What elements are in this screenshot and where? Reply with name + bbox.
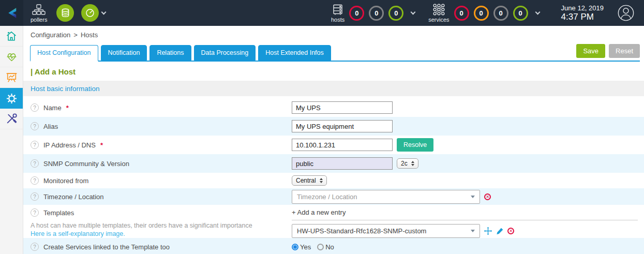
main-content: Configuration > Hosts Host Configuration…: [23, 26, 644, 254]
form-row-snmp: ? SNMP Community & Version 2c: [23, 154, 644, 173]
reset-button[interactable]: Reset: [609, 44, 640, 58]
host-name-input[interactable]: [292, 101, 393, 114]
hosts-menu[interactable]: hosts: [331, 4, 345, 23]
monitored-from-value: Central: [296, 177, 316, 184]
current-date: June 12, 2019: [561, 4, 604, 12]
form-row-create-services: ? Create Services linked to the Template…: [23, 238, 644, 254]
templates-help-link[interactable]: Here is a self-explanatory image.: [31, 230, 292, 237]
services-icon: [432, 3, 445, 16]
tab-host-configuration[interactable]: Host Configuration: [30, 45, 98, 62]
help-icon[interactable]: ?: [31, 122, 39, 130]
centreon-logo[interactable]: [0, 0, 23, 26]
tab-relations[interactable]: Relations: [149, 45, 191, 61]
resolve-button[interactable]: Resolve: [397, 138, 433, 152]
save-button[interactable]: Save: [576, 44, 605, 58]
templates-label: Templates: [43, 209, 74, 217]
timezone-placeholder: Timezone / Location: [297, 193, 471, 201]
add-template-entry-link[interactable]: + Add a new entry: [292, 208, 638, 220]
user-icon: [617, 4, 635, 22]
timezone-label: Timezone / Location: [43, 193, 104, 201]
main-nav-sidebar: [0, 26, 23, 254]
help-icon[interactable]: ?: [31, 208, 39, 217]
hosts-unreachable-badge[interactable]: 0: [369, 6, 384, 21]
create-services-no-radio[interactable]: [317, 244, 324, 250]
breadcrumb-separator: >: [73, 31, 78, 39]
name-label: Name: [43, 104, 62, 112]
services-status-chevron-down-icon[interactable]: [535, 9, 540, 14]
host-alias-input[interactable]: [292, 120, 393, 132]
pollers-menu[interactable]: pollers: [31, 4, 47, 23]
tab-notification[interactable]: Notification: [101, 45, 147, 61]
move-icon: [484, 227, 492, 235]
centreon-logo-icon: [4, 5, 20, 21]
create-services-yes-radio[interactable]: [292, 244, 298, 250]
monitored-from-select[interactable]: Central: [292, 175, 327, 186]
snmp-label: SNMP Community & Version: [43, 160, 129, 168]
form-row-monitored-from: ? Monitored from Central: [23, 173, 644, 188]
required-marker: *: [100, 141, 103, 149]
services-ok-badge[interactable]: 0: [513, 6, 528, 21]
services-unknown-badge[interactable]: 0: [493, 6, 508, 21]
tab-host-extended-infos[interactable]: Host Extended Infos: [258, 45, 331, 61]
databases-status-button[interactable]: [56, 4, 74, 22]
services-label: services: [428, 17, 449, 23]
template-move-handle[interactable]: [484, 227, 492, 235]
form-row-timezone: ? Timezone / Location Timezone / Locatio…: [23, 188, 644, 205]
template-select[interactable]: HW-UPS-Standard-Rfc1628-SNMP-custom: [292, 224, 480, 238]
poller-status-chevron-down-icon[interactable]: [101, 9, 107, 14]
sidebar-item-home[interactable]: [0, 26, 23, 47]
breadcrumb-hosts[interactable]: Hosts: [81, 31, 98, 39]
snmp-version-select[interactable]: 2c: [397, 158, 418, 169]
form-row-ip: ? IP Address / DNS * Resolve: [23, 136, 644, 154]
clock: June 12, 2019 4:37 PM: [561, 4, 604, 22]
hosts-status-group: hosts 0 0 0: [331, 4, 415, 23]
services-critical-badge[interactable]: 0: [454, 6, 469, 21]
hosts-status-chevron-down-icon[interactable]: [411, 9, 416, 14]
timezone-clear-icon[interactable]: ✕: [484, 193, 491, 200]
select-spinner-icon: [411, 161, 414, 166]
template-edit-button[interactable]: [496, 227, 504, 235]
services-warning-badge[interactable]: 0: [474, 6, 489, 21]
select-spinner-icon: [320, 178, 323, 183]
sidebar-item-monitoring[interactable]: [0, 47, 23, 67]
gear-icon: [5, 92, 18, 105]
presentation-chart-icon: [5, 71, 18, 84]
hosts-icon: [332, 4, 344, 16]
dropdown-caret-icon: [471, 196, 475, 198]
help-icon[interactable]: ?: [31, 103, 39, 112]
help-icon[interactable]: ?: [31, 159, 39, 168]
help-icon[interactable]: ?: [31, 141, 39, 149]
sidebar-item-administration[interactable]: [0, 109, 23, 129]
help-icon[interactable]: ?: [31, 176, 39, 185]
templates-help-text: A host can have multiple templates, thei…: [31, 221, 292, 230]
services-menu[interactable]: services: [428, 3, 449, 23]
sidebar-item-configuration[interactable]: [0, 88, 23, 109]
pencil-icon: [496, 227, 504, 235]
heart-pulse-icon: [5, 50, 18, 63]
help-icon[interactable]: ?: [31, 192, 39, 201]
user-profile-button[interactable]: [617, 4, 635, 22]
create-services-yes-label[interactable]: Yes: [300, 243, 311, 251]
breadcrumb: Configuration > Hosts: [23, 26, 644, 43]
gauge-icon: [85, 8, 95, 18]
sidebar-item-reporting[interactable]: [0, 67, 23, 88]
snmp-community-input[interactable]: [292, 157, 393, 170]
host-ip-input[interactable]: [292, 139, 393, 151]
ip-label: IP Address / DNS: [43, 141, 96, 149]
create-services-no-label[interactable]: No: [325, 243, 334, 251]
top-header: pollers hosts 0 0 0: [0, 0, 644, 26]
form-row-alias: ? Alias: [23, 117, 644, 136]
help-icon[interactable]: ?: [31, 243, 39, 251]
monitored-from-label: Monitored from: [43, 177, 88, 185]
template-delete-icon[interactable]: ✕: [507, 228, 514, 234]
wrench-screwdriver-icon: [5, 112, 18, 125]
pollers-label: pollers: [31, 17, 47, 23]
breadcrumb-configuration[interactable]: Configuration: [31, 31, 70, 39]
pollers-status-button[interactable]: [81, 4, 99, 22]
tab-data-processing[interactable]: Data Processing: [194, 45, 256, 61]
tab-bar: Host Configuration Notification Relation…: [30, 44, 640, 62]
services-status-group: services 0 0 0 0: [428, 3, 539, 23]
hosts-down-badge[interactable]: 0: [349, 6, 364, 21]
hosts-up-badge[interactable]: 0: [388, 6, 403, 21]
timezone-select[interactable]: Timezone / Location: [292, 190, 480, 204]
